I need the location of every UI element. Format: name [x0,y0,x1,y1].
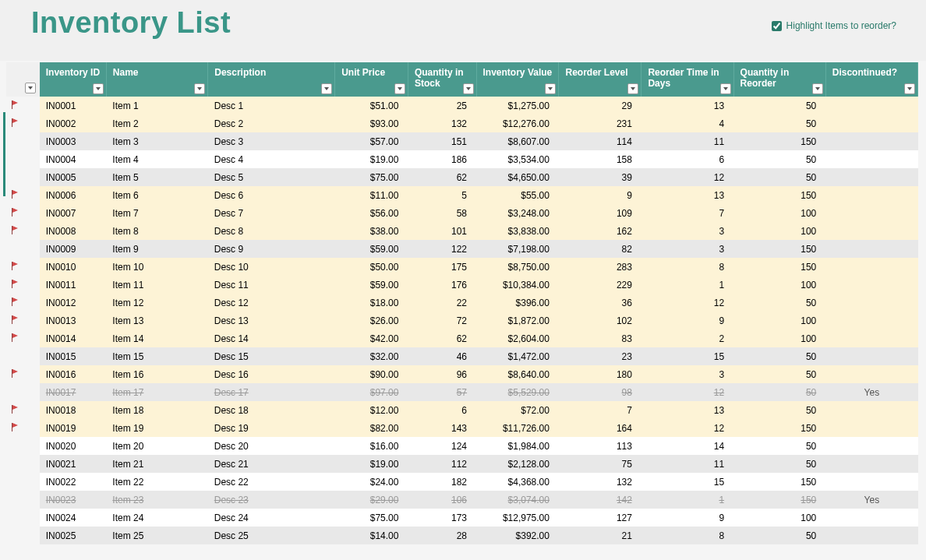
table-row[interactable]: IN0003Item 3Desc 3$57.00151$8,607.001141… [6,132,918,150]
cell-reorder[interactable]: 39 [559,168,641,186]
table-row[interactable]: IN0009Item 9Desc 9$59.00122$7,198.008231… [6,240,918,258]
cell-reorder[interactable]: 109 [559,204,641,222]
cell-price[interactable]: $75.00 [335,509,408,527]
cell-reorder[interactable]: 7 [559,401,641,419]
cell-rtime[interactable]: 13 [641,186,733,204]
cell-value[interactable]: $3,074.00 [476,491,559,509]
cell-id[interactable]: IN0016 [40,365,107,383]
cell-value[interactable]: $1,472.00 [476,347,559,365]
cell-reorder[interactable]: 158 [559,150,641,168]
cell-stock[interactable]: 132 [408,114,476,132]
cell-name[interactable]: Item 25 [106,527,207,544]
table-row[interactable]: IN0002Item 2Desc 2$93.00132$12,276.00231… [6,114,918,132]
cell-rtime[interactable]: 15 [641,347,733,365]
cell-rtime[interactable]: 13 [641,401,733,419]
cell-price[interactable]: $32.00 [335,347,408,365]
cell-qreor[interactable]: 50 [733,347,825,365]
cell-value[interactable]: $4,368.00 [476,473,559,491]
cell-qreor[interactable]: 150 [733,419,825,437]
cell-id[interactable]: IN0019 [40,419,107,437]
cell-disc[interactable] [825,294,917,312]
cell-disc[interactable] [825,401,917,419]
col-header-id[interactable]: Inventory ID [40,62,107,97]
cell-qreor[interactable]: 50 [733,114,825,132]
cell-reorder[interactable]: 23 [559,347,641,365]
cell-stock[interactable]: 28 [408,527,476,544]
cell-price[interactable]: $26.00 [335,312,408,329]
cell-disc[interactable] [825,437,917,455]
cell-rtime[interactable]: 1 [641,276,733,294]
cell-qreor[interactable]: 100 [733,204,825,222]
cell-value[interactable]: $55.00 [476,186,559,204]
cell-rtime[interactable]: 2 [641,329,733,347]
cell-qreor[interactable]: 100 [733,276,825,294]
table-row[interactable]: IN0021Item 21Desc 21$19.00112$2,128.0075… [6,455,918,473]
cell-price[interactable]: $12.00 [335,401,408,419]
cell-id[interactable]: IN0006 [40,186,107,204]
table-row[interactable]: IN0020Item 20Desc 20$16.00124$1,984.0011… [6,437,918,455]
table-row[interactable]: IN0014Item 14Desc 14$42.0062$2,604.00832… [6,329,918,347]
cell-desc[interactable]: Desc 16 [208,365,335,383]
cell-rtime[interactable]: 12 [641,294,733,312]
row-filter-dropdown[interactable] [25,83,36,93]
cell-desc[interactable]: Desc 21 [208,455,335,473]
cell-id[interactable]: IN0010 [40,258,107,276]
table-row[interactable]: IN0004Item 4Desc 4$19.00186$3,534.001586… [6,150,918,168]
cell-qreor[interactable]: 50 [733,150,825,168]
cell-stock[interactable]: 106 [408,491,476,509]
cell-reorder[interactable]: 102 [559,312,641,329]
cell-rtime[interactable]: 1 [641,491,733,509]
cell-name[interactable]: Item 7 [106,204,207,222]
cell-desc[interactable]: Desc 8 [208,222,335,240]
cell-disc[interactable] [825,329,917,347]
filter-dropdown-icon[interactable] [812,83,823,94]
cell-price[interactable]: $51.00 [335,97,408,114]
cell-price[interactable]: $57.00 [335,132,408,150]
cell-id[interactable]: IN0005 [40,168,107,186]
cell-reorder[interactable]: 83 [559,329,641,347]
cell-disc[interactable] [825,347,917,365]
cell-desc[interactable]: Desc 20 [208,437,335,455]
cell-id[interactable]: IN0007 [40,204,107,222]
cell-price[interactable]: $93.00 [335,114,408,132]
col-header-reorder[interactable]: Reorder Level [559,62,641,97]
cell-reorder[interactable]: 113 [559,437,641,455]
col-header-desc[interactable]: Description [208,62,335,97]
cell-disc[interactable] [825,455,917,473]
table-row[interactable]: IN0013Item 13Desc 13$26.0072$1,872.00102… [6,312,918,329]
cell-desc[interactable]: Desc 14 [208,329,335,347]
cell-disc[interactable] [825,312,917,329]
cell-disc[interactable] [825,150,917,168]
cell-desc[interactable]: Desc 25 [208,527,335,544]
col-header-name[interactable]: Name [106,62,207,97]
cell-desc[interactable]: Desc 13 [208,312,335,329]
cell-value[interactable]: $3,838.00 [476,222,559,240]
cell-id[interactable]: IN0025 [40,527,107,544]
cell-name[interactable]: Item 2 [106,114,207,132]
cell-price[interactable]: $50.00 [335,258,408,276]
cell-disc[interactable] [825,365,917,383]
cell-qreor[interactable]: 150 [733,186,825,204]
cell-desc[interactable]: Desc 10 [208,258,335,276]
cell-stock[interactable]: 173 [408,509,476,527]
filter-dropdown-icon[interactable] [627,83,638,94]
cell-price[interactable]: $18.00 [335,294,408,312]
cell-stock[interactable]: 124 [408,437,476,455]
cell-name[interactable]: Item 16 [106,365,207,383]
cell-reorder[interactable]: 82 [559,240,641,258]
cell-disc[interactable] [825,258,917,276]
cell-rtime[interactable]: 11 [641,132,733,150]
cell-stock[interactable]: 57 [408,383,476,401]
cell-name[interactable]: Item 21 [106,455,207,473]
cell-price[interactable]: $29.00 [335,491,408,509]
cell-reorder[interactable]: 164 [559,419,641,437]
highlight-reorder-checkbox-input[interactable] [772,21,782,31]
cell-reorder[interactable]: 75 [559,455,641,473]
cell-stock[interactable]: 96 [408,365,476,383]
cell-stock[interactable]: 58 [408,204,476,222]
cell-reorder[interactable]: 114 [559,132,641,150]
cell-value[interactable]: $392.00 [476,527,559,544]
cell-name[interactable]: Item 14 [106,329,207,347]
cell-rtime[interactable]: 12 [641,419,733,437]
cell-stock[interactable]: 151 [408,132,476,150]
